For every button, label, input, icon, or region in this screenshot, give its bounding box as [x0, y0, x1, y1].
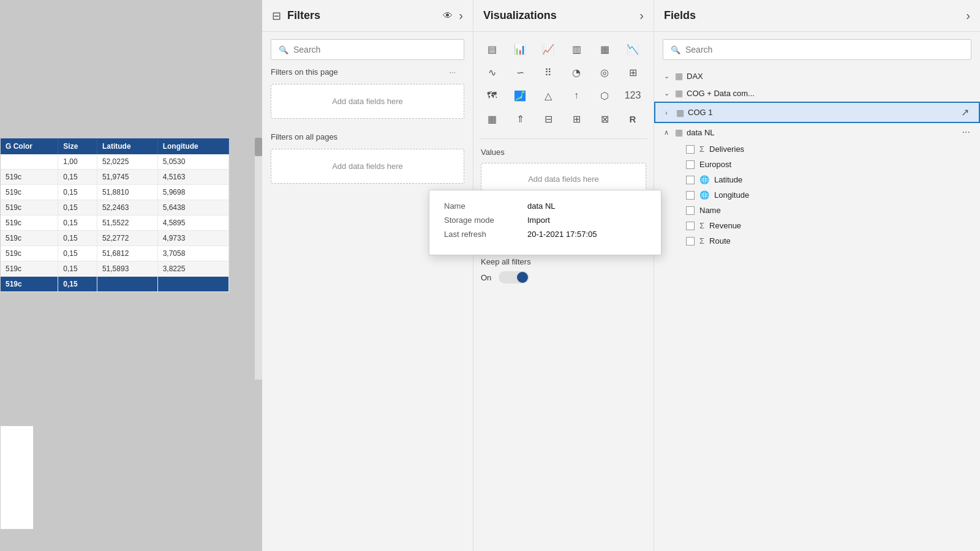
more-options-btn[interactable]: ···: [962, 127, 970, 138]
filters-panel: ⊟ Filters 👁 › 🔍 Filters on this page ···…: [262, 0, 473, 551]
viz-icon-table[interactable]: ▦: [480, 108, 504, 130]
viz-icon-line-chart[interactable]: 📉: [620, 38, 645, 60]
table-row[interactable]: 519c0,1551,88105,9698: [1, 185, 229, 200]
viz-values-label: Values: [473, 141, 654, 160]
chevron-right-icon-cog1: ›: [665, 109, 673, 116]
viz-icon-grid2[interactable]: ⊠: [592, 108, 617, 130]
tree-item-cog-data[interactable]: ⌄ ▦ COG + Data com...: [654, 84, 980, 102]
tree-item-data-nl[interactable]: ∧ ▦ data NL ···: [654, 123, 980, 141]
checkbox-name[interactable]: [686, 206, 695, 215]
table-row[interactable]: 519c0,1552,24635,6438: [1, 200, 229, 216]
viz-icon-map[interactable]: 🗺: [480, 84, 504, 107]
viz-icon-line-bar[interactable]: 📈: [536, 38, 560, 60]
chevron-right-icon[interactable]: ›: [459, 9, 463, 23]
filters-this-page-header: Filters on this page ···: [262, 67, 473, 81]
tooltip-storage-row: Storage mode Import: [444, 216, 646, 225]
col-header-lat: Latitude: [97, 138, 157, 154]
fields-search-box[interactable]: 🔍: [663, 39, 971, 60]
table-row[interactable]: 519c0,1551,97454,5163: [1, 170, 229, 185]
viz-icon-arrow-map[interactable]: ↑: [564, 84, 589, 107]
checkbox-revenue[interactable]: [686, 222, 695, 230]
keep-filters-toggle-row: On: [481, 271, 646, 283]
viz-icon-pie[interactable]: ◔: [564, 61, 589, 83]
fields-expand-icon[interactable]: ›: [966, 9, 970, 23]
filters-search-box[interactable]: 🔍: [271, 39, 464, 60]
sub-item-longitude[interactable]: 🌐 Longitude: [654, 187, 980, 203]
tree-item-cog1[interactable]: › ▦ COG 1 ↗: [654, 102, 980, 123]
tree-item-cog-data-label: COG + Data com...: [687, 89, 755, 98]
tree-item-dax-label: DAX: [687, 72, 703, 81]
checkbox-europost[interactable]: [686, 160, 695, 169]
viz-icon-stacked-bar[interactable]: ▤: [480, 38, 504, 60]
eye-icon[interactable]: 👁: [443, 10, 453, 21]
fields-search-icon: 🔍: [671, 45, 680, 54]
viz-icon-ribbon[interactable]: ∽: [508, 61, 532, 83]
keep-filters-toggle[interactable]: [499, 271, 529, 283]
tree-item-data-nl-label: data NL: [687, 128, 715, 137]
viz-icon-matrix[interactable]: ⊟: [536, 108, 560, 130]
sub-item-name[interactable]: Name: [654, 203, 980, 218]
viz-title: Visualizations: [483, 9, 557, 22]
table-row[interactable]: 519c0,1552,27724,9733: [1, 231, 229, 246]
fields-search-input[interactable]: [685, 45, 963, 54]
chevron-up-icon: ∧: [664, 129, 671, 137]
tooltip-refresh-label: Last refresh: [444, 230, 518, 239]
filters-this-page-label: Filters on this page: [271, 67, 338, 77]
viz-icon-area[interactable]: ∿: [480, 61, 504, 83]
viz-icon-filled-map[interactable]: 🗾: [508, 84, 532, 107]
viz-icon-scatter[interactable]: ⠿: [536, 61, 560, 83]
viz-icons-grid: ▤ 📊 📈 ▥ ▦ 📉 ∿ ∽ ⠿ ◔ ◎ ⊞ 🗺 🗾 △ ↑ ⬡ 123 ▦ …: [473, 32, 654, 136]
viz-icon-stacked-horiz[interactable]: ▦: [592, 38, 617, 60]
table-row[interactable]: 1,0052,02255,0530: [1, 154, 229, 170]
col-header-color: G Color: [1, 138, 58, 154]
viz-icon-bar-horiz[interactable]: ▥: [564, 38, 589, 60]
keep-filters-toggle-on-label: On: [481, 273, 491, 282]
sub-label-deliveries: Deliveries: [709, 144, 744, 154]
viz-icon-treemap[interactable]: ⊞: [620, 61, 645, 83]
tree-item-dax[interactable]: ⌄ ▦ DAX: [654, 67, 980, 84]
viz-expand-icon[interactable]: ›: [639, 9, 644, 23]
sub-item-europost[interactable]: Europost: [654, 157, 980, 172]
viz-icon-grid[interactable]: ⊞: [564, 108, 589, 130]
checkbox-route[interactable]: [686, 237, 695, 246]
viz-icon-shape-map[interactable]: △: [536, 84, 560, 107]
tooltip-storage-value: Import: [527, 216, 550, 225]
table-row[interactable]: 519c0,1551,55224,5895: [1, 216, 229, 231]
viz-panel: Visualizations › ▤ 📊 📈 ▥ ▦ 📉 ∿ ∽ ⠿ ◔ ◎ ⊞…: [473, 0, 654, 551]
filters-all-pages-add[interactable]: Add data fields here: [271, 149, 464, 184]
sub-label-europost: Europost: [699, 160, 731, 169]
viz-icon-donut[interactable]: ◎: [592, 61, 617, 83]
cursor-pointer-cog1: ↗: [961, 107, 969, 118]
scrollbar-track[interactable]: [255, 138, 262, 380]
checkbox-longitude[interactable]: [686, 191, 695, 200]
tree-item-cog1-label: COG 1: [688, 108, 712, 117]
table-row[interactable]: 519c0,15: [1, 277, 229, 292]
sub-item-revenue[interactable]: Σ Revenue: [654, 218, 980, 233]
sub-item-route[interactable]: Σ Route: [654, 233, 980, 249]
filters-search-input[interactable]: [293, 45, 456, 54]
viz-icon-r[interactable]: R: [620, 108, 645, 130]
sub-label-route: Route: [709, 236, 731, 246]
viz-icon-bar-chart[interactable]: 📊: [508, 38, 532, 60]
checkbox-deliveries[interactable]: [686, 145, 695, 154]
left-data-panel: G Color Size Latitude Longitude 1,0052,0…: [0, 0, 262, 551]
data-table: G Color Size Latitude Longitude 1,0052,0…: [0, 138, 230, 293]
fields-header: Fields ›: [654, 0, 980, 32]
viz-icon-kpi[interactable]: ⇑: [508, 108, 532, 130]
keep-filters-toggle-thumb: [517, 272, 528, 283]
table-icon-4: ▦: [675, 127, 683, 137]
filters-header: ⊟ Filters 👁 ›: [262, 0, 473, 32]
viz-icon-custom1[interactable]: 123: [620, 84, 645, 107]
sub-item-deliveries[interactable]: Σ Deliveries: [654, 141, 980, 157]
tooltip-refresh-row: Last refresh 20-1-2021 17:57:05: [444, 230, 646, 239]
viz-icon-azure-map[interactable]: ⬡: [592, 84, 617, 107]
table-row[interactable]: 519c0,1551,68123,7058: [1, 246, 229, 261]
sub-item-latitude[interactable]: 🌐 Latitude: [654, 172, 980, 187]
table-row[interactable]: 519c0,1551,58933,8225: [1, 261, 229, 277]
tooltip-name-row: Name data NL: [444, 201, 646, 211]
scrollbar-thumb[interactable]: [255, 138, 262, 156]
checkbox-latitude[interactable]: [686, 176, 695, 184]
globe-icon-longitude: 🌐: [699, 190, 709, 200]
filters-this-page-add[interactable]: Add data fields here: [271, 84, 464, 119]
filters-this-page-ellipsis[interactable]: ···: [449, 67, 464, 77]
